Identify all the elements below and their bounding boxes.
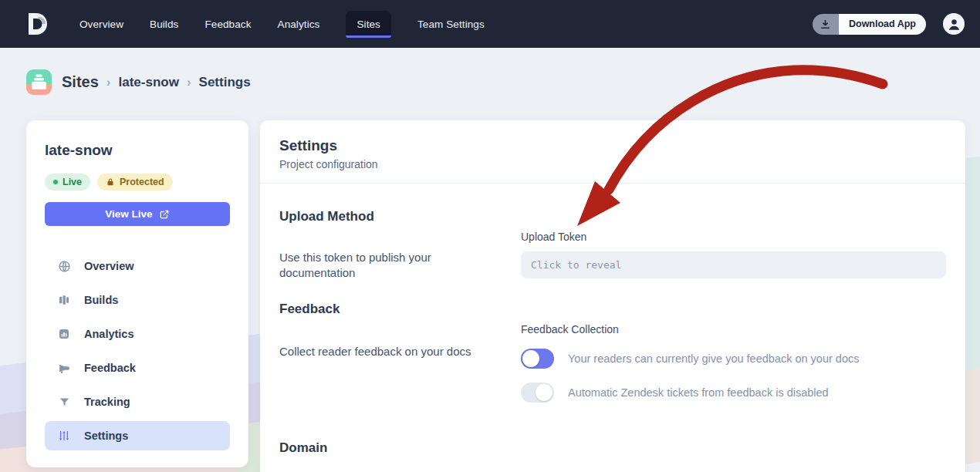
project-title: late-snow — [45, 142, 230, 159]
domain-section: Domain — [279, 440, 946, 457]
funnel-icon — [57, 395, 71, 409]
live-status-badge: Live — [45, 174, 90, 190]
settings-panel: Settings Project configuration Upload Me… — [260, 120, 965, 472]
sliders-icon — [57, 429, 71, 443]
feedback-heading: Feedback — [279, 301, 521, 318]
upload-method-left: Upload Method Use this token to publish … — [279, 208, 521, 281]
feedback-description: Collect reader feedback on your docs — [279, 344, 495, 359]
sidebar-menu: Overview Builds Analytics — [45, 251, 230, 450]
view-live-button[interactable]: View Live — [45, 202, 230, 226]
feedback-right: Feedback Collection Your readers can cur… — [521, 301, 946, 403]
nav-overview[interactable]: Overview — [79, 11, 123, 38]
zendesk-toggle-text: Automatic Zendesk tickets from feedback … — [568, 386, 829, 399]
domain-heading: Domain — [279, 440, 946, 457]
protected-status-badge: Protected — [97, 174, 173, 190]
zendesk-tickets-toggle[interactable] — [521, 383, 554, 403]
feedback-left: Feedback Collect reader feedback on your… — [279, 301, 521, 403]
sidebar-item-settings[interactable]: Settings — [45, 421, 230, 450]
upload-token-value: Click to reveal — [531, 259, 621, 271]
project-sidebar-card: late-snow Live Protected View Live — [26, 120, 248, 467]
download-app-label: Download App — [839, 14, 926, 35]
upload-method-heading: Upload Method — [279, 208, 521, 225]
sidebar-item-label: Builds — [84, 294, 118, 306]
top-navbar: Overview Builds Feedback Analytics Sites… — [0, 0, 980, 48]
feedback-section: Feedback Collect reader feedback on your… — [279, 301, 946, 403]
live-badge-label: Live — [63, 177, 82, 187]
nav-sites[interactable]: Sites — [346, 11, 391, 38]
sidebar-item-tracking[interactable]: Tracking — [45, 387, 230, 416]
sidebar-item-label: Overview — [84, 260, 134, 272]
primary-nav: Overview Builds Feedback Analytics Sites… — [79, 11, 485, 38]
live-dot-icon — [53, 180, 58, 184]
sidebar-item-label: Feedback — [84, 362, 136, 374]
sidebar-item-label: Tracking — [84, 396, 130, 408]
feedback-collection-toggle[interactable] — [521, 349, 554, 369]
person-icon — [947, 17, 961, 32]
protected-badge-label: Protected — [120, 177, 164, 187]
app-logo[interactable] — [23, 10, 51, 38]
app-root: Overview Builds Feedback Analytics Sites… — [0, 0, 980, 472]
page-title: Settings — [279, 137, 946, 154]
nav-builds[interactable]: Builds — [150, 11, 178, 38]
sidebar-item-label: Settings — [84, 430, 128, 442]
breadcrumb-project[interactable]: late-snow — [118, 75, 178, 90]
toggle-knob — [536, 384, 553, 401]
upload-token-field[interactable]: Click to reveal — [521, 251, 946, 278]
download-app-button[interactable]: Download App — [813, 14, 926, 35]
stack-icon — [26, 69, 52, 95]
bar-chart-icon — [57, 327, 71, 341]
lock-icon — [106, 177, 115, 187]
nav-analytics[interactable]: Analytics — [278, 11, 320, 38]
breadcrumb-separator: › — [106, 75, 111, 90]
upload-method-right: Upload Token Click to reveal — [521, 208, 946, 281]
sidebar-item-overview[interactable]: Overview — [45, 251, 230, 281]
upload-method-section: Upload Method Use this token to publish … — [279, 208, 946, 281]
toggle-knob — [522, 350, 539, 367]
brand-d-icon — [23, 10, 51, 38]
nav-team-settings[interactable]: Team Settings — [417, 11, 485, 38]
breadcrumb-sites[interactable]: Sites — [62, 73, 99, 91]
feedback-collection-label: Feedback Collection — [521, 322, 946, 336]
upload-token-label: Upload Token — [521, 230, 946, 244]
columns-icon — [57, 293, 71, 307]
globe-icon — [57, 259, 71, 273]
megaphone-icon — [57, 361, 71, 375]
nav-feedback[interactable]: Feedback — [204, 11, 251, 38]
download-icon — [813, 14, 839, 35]
sidebar-item-feedback[interactable]: Feedback — [45, 353, 230, 383]
zendesk-toggle-row: Automatic Zendesk tickets from feedback … — [521, 383, 946, 403]
status-badges: Live Protected — [45, 174, 230, 190]
feedback-toggle-text: Your readers can currently give you feed… — [568, 352, 860, 365]
sites-app-icon — [26, 69, 52, 95]
view-live-label: View Live — [105, 208, 152, 220]
external-link-icon — [159, 209, 170, 220]
sidebar-item-label: Analytics — [84, 328, 133, 340]
sidebar-item-builds[interactable]: Builds — [45, 285, 230, 315]
page-subtitle: Project configuration — [279, 158, 946, 170]
upload-method-description: Use this token to publish your documenta… — [279, 250, 458, 281]
breadcrumb-page: Settings — [199, 75, 251, 90]
user-avatar-button[interactable] — [943, 13, 965, 35]
breadcrumb: Sites › late-snow › Settings — [26, 69, 251, 95]
sidebar-item-analytics[interactable]: Analytics — [45, 319, 230, 349]
settings-body: Upload Method Use this token to publish … — [260, 184, 965, 457]
feedback-toggle-row: Your readers can currently give you feed… — [521, 349, 946, 369]
breadcrumb-separator: › — [187, 75, 191, 90]
settings-header: Settings Project configuration — [260, 120, 965, 184]
